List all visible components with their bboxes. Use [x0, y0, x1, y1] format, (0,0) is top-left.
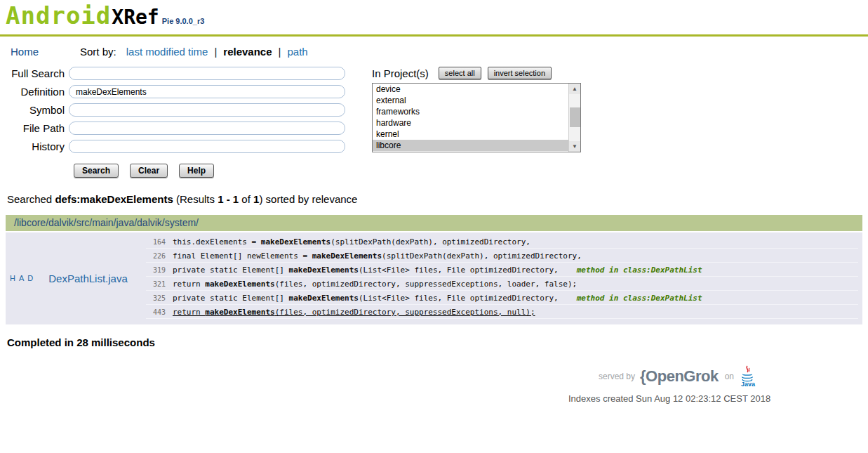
field-row: History	[0, 140, 345, 153]
scroll-down-icon[interactable]: ▼	[569, 141, 580, 152]
field-row: Definition	[0, 85, 345, 98]
project-listbox-items: deviceexternalframeworkshardwarekernelli…	[373, 84, 580, 151]
home-link[interactable]: Home	[11, 46, 39, 58]
results-summary: Searched defs:makeDexElements (Results 1…	[7, 193, 868, 205]
project-item-external[interactable]: external	[373, 95, 568, 106]
definition-label: Definition	[0, 86, 69, 98]
code-text-link[interactable]: return makeDexElements(files, optimizedD…	[173, 280, 577, 289]
summary-prefix: Searched	[7, 193, 55, 205]
project-item-frameworks[interactable]: frameworks	[373, 106, 568, 117]
code-line: 325private static Element[] makeDexEleme…	[146, 292, 858, 305]
summary-query: defs:makeDexElements	[55, 193, 173, 205]
code-line: 321return makeDexElements(files, optimiz…	[146, 278, 858, 291]
field-row: File Path	[0, 122, 345, 135]
listbox-scrollbar[interactable]: ▲ ▼	[568, 84, 580, 152]
code-lines: 164this.dexElements = makeDexElements(sp…	[146, 236, 862, 320]
summary-of: of	[239, 193, 253, 205]
code-line: 319private static Element[] makeDexEleme…	[146, 264, 858, 277]
select-all-button[interactable]: select all	[439, 67, 481, 79]
sort-options: last modified time|relevance|path	[126, 46, 308, 58]
line-number-link[interactable]: 226	[146, 252, 166, 260]
projects-header: In Project(s) select all invert selectio…	[372, 67, 581, 79]
help-button[interactable]: Help	[179, 164, 214, 178]
invert-selection-button[interactable]: invert selection	[488, 67, 552, 79]
project-item-device[interactable]: device	[373, 84, 568, 95]
code-line: 443return makeDexElements(files, optimiz…	[146, 306, 858, 319]
code-text-link[interactable]: private static Element[] makeDexElements…	[173, 265, 559, 275]
line-number-link[interactable]: 325	[146, 294, 166, 302]
sort-by-label: Sort by:	[80, 46, 116, 58]
file-path-label: File Path	[0, 122, 69, 134]
file-path-input[interactable]	[69, 122, 345, 135]
method-annotation: method in class:DexPathList	[577, 294, 702, 303]
code-text-link[interactable]: private static Element[] makeDexElements…	[173, 294, 559, 303]
scroll-up-icon[interactable]: ▲	[569, 84, 580, 94]
code-line: 226final Element[] newElements = makeDex…	[146, 250, 858, 263]
definition-input[interactable]	[69, 85, 345, 98]
history-label: History	[0, 140, 69, 152]
logo-xref-text: XRef	[112, 6, 159, 29]
summary-results-open: (Results	[173, 193, 218, 205]
sort-option-relevance[interactable]: relevance	[223, 46, 272, 58]
line-number-link[interactable]: 164	[146, 238, 166, 246]
code-text-link[interactable]: return makeDexElements(files, optimizedD…	[173, 308, 535, 317]
summary-suffix: ) sorted by relevance	[259, 193, 357, 205]
opengrok-logo-link[interactable]: {OpenGrok	[640, 367, 719, 386]
served-by-label: served by	[599, 372, 635, 381]
field-row: Full Search	[0, 67, 345, 80]
sort-separator: |	[214, 46, 217, 58]
project-item-libcore[interactable]: libcore	[373, 140, 568, 151]
file-action-link-d[interactable]: D	[27, 274, 33, 282]
full-search-input[interactable]	[69, 67, 345, 80]
logo-version-text: Pie 9.0.0_r3	[162, 17, 205, 25]
project-item-hardware[interactable]: hardware	[373, 117, 568, 129]
sort-option-last-modified-time[interactable]: last modified time	[126, 46, 208, 58]
search-form: Full SearchDefinitionSymbolFile PathHist…	[0, 67, 868, 158]
symbol-label: Symbol	[0, 104, 69, 116]
completed-status: Completed in 28 milliseconds	[7, 336, 868, 348]
code-text-link[interactable]: this.dexElements = makeDexElements(split…	[173, 237, 530, 247]
field-row: Symbol	[0, 103, 345, 117]
clear-button[interactable]: Clear	[130, 164, 168, 178]
sort-option-path[interactable]: path	[287, 46, 307, 58]
directory-link[interactable]: /libcore/dalvik/src/main/java/dalvik/sys…	[14, 217, 199, 228]
code-line: 164this.dexElements = makeDexElements(sp…	[146, 236, 858, 249]
summary-range: 1 - 1	[218, 193, 239, 205]
search-fields: Full SearchDefinitionSymbolFile PathHist…	[0, 67, 345, 158]
file-action-link-a[interactable]: A	[19, 274, 24, 282]
directory-header: /libcore/dalvik/src/main/java/dalvik/sys…	[6, 215, 862, 231]
indexes-created-text: Indexes created Sun Aug 12 02:23:12 CEST…	[568, 393, 770, 404]
result-row: HAD DexPathList.java 164this.dexElements…	[6, 232, 862, 324]
logo-android-text: Android	[6, 1, 111, 29]
symbol-input[interactable]	[69, 103, 345, 117]
line-number-link[interactable]: 319	[146, 266, 166, 274]
history-input[interactable]	[69, 140, 345, 153]
full-search-label: Full Search	[0, 67, 69, 79]
line-number-link[interactable]: 321	[146, 280, 166, 288]
nav-bar: Home Sort by: last modified time|relevan…	[0, 37, 868, 58]
project-listbox[interactable]: deviceexternalframeworkshardwarekernelli…	[372, 83, 581, 152]
projects-label: In Project(s)	[372, 67, 429, 79]
svg-text:Java: Java	[741, 381, 756, 388]
file-link[interactable]: DexPathList.java	[48, 273, 128, 284]
code-text-link[interactable]: final Element[] newElements = makeDexEle…	[173, 251, 582, 261]
file-cell: HAD DexPathList.java	[6, 236, 146, 320]
app-logo[interactable]: AndroidXRefPie 9.0.0_r3	[0, 0, 868, 34]
search-button[interactable]: Search	[74, 164, 119, 178]
projects-panel: In Project(s) select all invert selectio…	[372, 67, 581, 158]
file-action-link-h[interactable]: H	[10, 274, 15, 282]
form-buttons: Search Clear Help	[74, 164, 868, 178]
on-label: on	[725, 372, 734, 381]
line-number-link[interactable]: 443	[146, 308, 166, 316]
file-history-links: HAD	[10, 274, 33, 282]
project-item-kernel[interactable]: kernel	[373, 129, 568, 140]
java-logo-icon: Java	[739, 365, 756, 388]
sort-separator: |	[279, 46, 281, 58]
served-by-area: served by {OpenGrok on Java	[599, 365, 756, 388]
method-annotation: method in class:DexPathList	[577, 265, 702, 275]
scrollbar-thumb[interactable]	[570, 107, 580, 127]
